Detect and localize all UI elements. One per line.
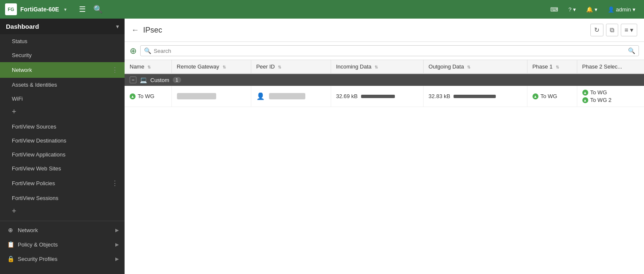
group-label: Custom xyxy=(150,77,169,83)
sort-outgoing: ⇅ xyxy=(467,65,470,69)
network-nav-icon: ⊕ xyxy=(7,227,14,233)
sidebar-item-fortiview-sources[interactable]: FortiView Sources xyxy=(0,120,125,134)
sidebar-item-fortiview-applications[interactable]: FortiView Applications xyxy=(0,148,125,162)
col-incoming-data[interactable]: Incoming Data ⇅ xyxy=(331,60,423,74)
phase1-value: To WG xyxy=(541,93,557,99)
row-name: To WG xyxy=(138,93,155,99)
security-nav-icon: 🔒 xyxy=(7,255,14,262)
cell-incoming: 32.69 kB xyxy=(331,86,423,107)
admin-btn[interactable]: 👤 admin ▾ xyxy=(604,5,639,14)
status-dot: ▲ xyxy=(130,93,136,99)
sidebar-nav-security-left: 🔒 Security Profiles xyxy=(7,255,57,262)
sidebar-item-policies-dots[interactable]: ⋮ xyxy=(111,179,119,187)
sort-remote-gateway: ⇅ xyxy=(223,65,226,69)
sidebar-item-assets[interactable]: Assets & Identities xyxy=(0,78,125,92)
search-container: 🔍 🔍 xyxy=(140,45,639,56)
outgoing-bar xyxy=(454,95,496,98)
page-header: ← IPsec ↻ ⧉ ≡ ▾ xyxy=(125,19,644,42)
page-header-right: ↻ ⧉ ≡ ▾ xyxy=(590,24,637,36)
group-row-cell: − 💻 Custom 1 xyxy=(125,74,644,86)
group-icon: 💻 xyxy=(140,77,147,83)
col-outgoing-data[interactable]: Outgoing Data ⇅ xyxy=(423,60,527,74)
sidebar-item-fortiview-destinations[interactable]: FortiView Destinations xyxy=(0,134,125,148)
page-header-left: ← IPsec xyxy=(131,26,162,35)
sidebar-nav-network-label: Network xyxy=(18,227,38,233)
sort-incoming: ⇅ xyxy=(375,65,378,69)
menu-icon[interactable]: ☰ xyxy=(76,3,88,16)
phase2-2-status: ▲ To WG 2 xyxy=(582,97,639,103)
content-area: ← IPsec ↻ ⧉ ≡ ▾ ⊕ 🔍 🔍 xyxy=(125,19,644,274)
logo[interactable]: FG FortiGate-60E ▾ xyxy=(5,3,66,15)
network-arrow-icon: ▶ xyxy=(115,227,119,233)
group-collapse-button[interactable]: − xyxy=(130,77,136,83)
sidebar-nav-policy[interactable]: 📋 Policy & Objects ▶ xyxy=(0,237,125,252)
sidebar-add-btn-1[interactable]: + xyxy=(0,106,125,120)
table-row: ▲ To WG 👤 xyxy=(125,86,644,107)
col-peer-id[interactable]: Peer ID ⇅ xyxy=(251,60,331,74)
search-submit-button[interactable]: 🔍 xyxy=(628,47,635,54)
refresh-button[interactable]: ↻ xyxy=(590,24,603,36)
col-phase2[interactable]: Phase 2 Selec... xyxy=(577,60,644,74)
cell-phase2: ▲ To WG ▲ To WG 2 xyxy=(577,86,644,107)
phase2-2-value: To WG 2 xyxy=(590,97,612,103)
incoming-bar-container: 32.69 kB xyxy=(336,93,418,99)
cell-outgoing: 32.83 kB xyxy=(423,86,527,107)
sidebar-add-btn-2[interactable]: + xyxy=(0,205,125,219)
sidebar-nav-security-profiles[interactable]: 🔒 Security Profiles ▶ xyxy=(0,252,125,266)
phase2-1-value: To WG xyxy=(590,89,607,96)
sidebar-item-wifi[interactable]: WiFi xyxy=(0,92,125,106)
sidebar-item-status[interactable]: Status xyxy=(0,34,125,48)
incoming-value: 32.69 kB xyxy=(336,93,358,99)
phase1-status-dot: ▲ xyxy=(533,93,538,99)
security-arrow-icon: ▶ xyxy=(115,256,119,262)
sidebar-nav-security-label: Security Profiles xyxy=(18,256,57,262)
sidebar-item-fortiview-web-sites[interactable]: FortiView Web Sites xyxy=(0,162,125,175)
sidebar-divider-1 xyxy=(0,221,125,221)
policy-arrow-icon: ▶ xyxy=(115,242,119,247)
logo-icon: FG xyxy=(5,3,17,15)
bell-btn[interactable]: 🔔 ▾ xyxy=(583,5,601,14)
back-button[interactable]: ← xyxy=(131,26,139,35)
incoming-bar xyxy=(361,95,395,98)
sidebar-nav-network[interactable]: ⊕ Network ▶ xyxy=(0,223,125,237)
topbar-icons: ☰ 🔍 xyxy=(76,3,105,16)
sidebar-item-fortiview-sessions[interactable]: FortiView Sessions xyxy=(0,191,125,205)
sort-name: ⇅ xyxy=(147,65,151,69)
sidebar-item-security[interactable]: Security xyxy=(0,48,125,62)
external-link-button[interactable]: ⧉ xyxy=(606,24,618,36)
sidebar-item-fortiview-policies[interactable]: FortiView Policies ⋮ xyxy=(0,175,125,191)
col-name[interactable]: Name ⇅ xyxy=(125,60,171,74)
more-menu-button[interactable]: ≡ ▾ xyxy=(621,24,637,36)
cell-phase1: ▲ To WG xyxy=(527,86,577,107)
sidebar-nav-policy-label: Policy & Objects xyxy=(18,241,58,248)
help-btn[interactable]: ? ▾ xyxy=(565,5,579,14)
topbar-right: ⌨ ? ▾ 🔔 ▾ 👤 admin ▾ xyxy=(547,5,639,14)
cell-remote-gateway xyxy=(171,86,251,107)
sort-phase1: ⇅ xyxy=(556,65,559,69)
phase2-2-dot: ▲ xyxy=(582,97,588,103)
terminal-btn[interactable]: ⌨ xyxy=(547,5,562,14)
sidebar-dashboard-label: Dashboard xyxy=(6,23,39,30)
sidebar-item-network[interactable]: Network ⋮ xyxy=(0,62,125,78)
page-title: IPsec xyxy=(143,26,162,35)
sort-peer-id: ⇅ xyxy=(278,65,281,69)
search-icon: 🔍 xyxy=(144,47,151,54)
sidebar-nav-network-left: ⊕ Network xyxy=(7,227,38,233)
peer-id-value xyxy=(269,93,306,99)
search-icon[interactable]: 🔍 xyxy=(91,3,105,16)
sidebar-nav-policy-left: 📋 Policy & Objects xyxy=(7,241,58,248)
sidebar-dashboard-header[interactable]: Dashboard ▾ xyxy=(0,19,125,34)
cell-name: ▲ To WG xyxy=(125,86,171,107)
col-phase1[interactable]: Phase 1 ⇅ xyxy=(527,60,577,74)
add-button[interactable]: ⊕ xyxy=(130,46,137,56)
outgoing-value: 32.83 kB xyxy=(429,93,450,99)
peer-cell: 👤 xyxy=(256,92,326,100)
peer-icon: 👤 xyxy=(256,92,265,100)
search-input[interactable] xyxy=(154,48,625,54)
sidebar: Dashboard ▾ Status Security Network ⋮ As… xyxy=(0,19,125,274)
sidebar-header-arrow: ▾ xyxy=(116,24,119,30)
sidebar-item-dots[interactable]: ⋮ xyxy=(111,66,119,74)
remote-gateway-value xyxy=(177,93,217,99)
ipsec-table: Name ⇅ Remote Gateway ⇅ Peer ID ⇅ Inco xyxy=(125,60,644,107)
col-remote-gateway[interactable]: Remote Gateway ⇅ xyxy=(171,60,251,74)
